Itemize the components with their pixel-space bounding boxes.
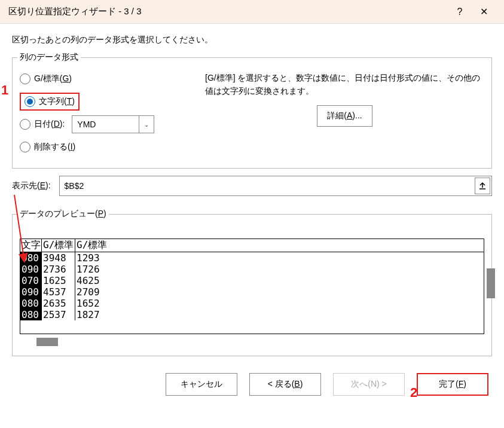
radio-general[interactable] bbox=[20, 74, 30, 84]
horizontal-scrollbar[interactable] bbox=[20, 338, 484, 346]
help-button[interactable]: ? bbox=[448, 0, 472, 24]
column-format-legend: 列のデータ形式 bbox=[17, 52, 81, 63]
back-button[interactable]: < 戻る(B) bbox=[249, 373, 321, 396]
preview-header: 文字 G/標準 G/標準 bbox=[20, 239, 484, 252]
preview-legend: データのプレビュー(P) bbox=[17, 209, 109, 219]
window-title: 区切り位置指定ウィザード - 3 / 3 bbox=[8, 6, 448, 17]
finish-button[interactable]: 完了(F) bbox=[417, 373, 488, 396]
detail-button[interactable]: 詳細(A)... bbox=[317, 105, 372, 127]
preview-grid[interactable]: 文字 G/標準 G/標準 080394812930902736172607016… bbox=[20, 239, 484, 334]
chevron-down-icon: ⌄ bbox=[144, 121, 149, 128]
vertical-scrollbar[interactable] bbox=[487, 268, 495, 298]
radio-general-label[interactable]: G/標準(G) bbox=[34, 74, 72, 84]
destination-input[interactable]: $B$2 bbox=[59, 176, 492, 196]
instruction-text: 区切ったあとの列のデータ形式を選択してください。 bbox=[12, 35, 492, 45]
close-button[interactable]: ✕ bbox=[472, 0, 496, 24]
radio-skip-label[interactable]: 削除する(I) bbox=[34, 142, 75, 152]
date-format-combo[interactable]: YMD ⌄ bbox=[72, 115, 154, 133]
radio-date-label[interactable]: 日付(D): bbox=[34, 119, 65, 130]
destination-label: 表示先(E): bbox=[12, 181, 51, 191]
next-button: 次へ(N) > bbox=[333, 373, 405, 396]
range-picker-icon[interactable] bbox=[475, 178, 490, 194]
cancel-button[interactable]: キャンセル bbox=[166, 373, 237, 396]
table-row[interactable]: 07016254625 bbox=[20, 275, 484, 286]
table-row[interactable]: 08025371827 bbox=[20, 309, 484, 320]
radio-skip[interactable] bbox=[20, 142, 30, 152]
table-row[interactable]: 08039481293 bbox=[20, 252, 484, 264]
table-row[interactable]: 08026351652 bbox=[20, 298, 484, 309]
radio-date[interactable] bbox=[20, 119, 30, 130]
table-row[interactable]: 09027361726 bbox=[20, 264, 484, 275]
radio-text[interactable] bbox=[25, 96, 35, 107]
radio-text-label[interactable]: 文字列(T) bbox=[39, 96, 75, 107]
table-row[interactable]: 09045372709 bbox=[20, 286, 484, 298]
format-description: [G/標準] を選択すると、数字は数値に、日付は日付形式の値に、その他の値は文字… bbox=[205, 71, 484, 98]
